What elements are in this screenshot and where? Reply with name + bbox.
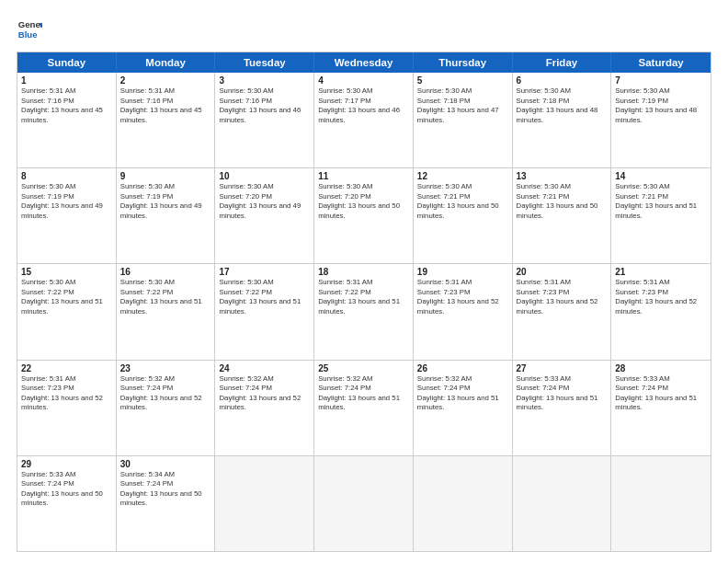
- calendar-cell: 30Sunrise: 5:34 AM Sunset: 7:24 PM Dayli…: [117, 456, 216, 551]
- calendar-cell: 23Sunrise: 5:32 AM Sunset: 7:24 PM Dayli…: [117, 361, 216, 455]
- day-number: 2: [120, 75, 211, 86]
- cell-sun-info: Sunrise: 5:31 AM Sunset: 7:23 PM Dayligh…: [417, 278, 508, 316]
- calendar-cell: 6Sunrise: 5:30 AM Sunset: 7:18 PM Daylig…: [513, 73, 612, 167]
- cell-sun-info: Sunrise: 5:31 AM Sunset: 7:16 PM Dayligh…: [21, 86, 112, 125]
- cell-sun-info: Sunrise: 5:30 AM Sunset: 7:21 PM Dayligh…: [417, 182, 508, 221]
- cell-sun-info: Sunrise: 5:30 AM Sunset: 7:21 PM Dayligh…: [517, 182, 608, 221]
- cell-sun-info: Sunrise: 5:30 AM Sunset: 7:20 PM Dayligh…: [219, 182, 310, 221]
- header-day-friday: Friday: [513, 52, 612, 73]
- day-number: 7: [615, 75, 707, 86]
- day-number: 23: [120, 363, 211, 373]
- day-number: 5: [417, 75, 508, 86]
- header: General Blue: [17, 17, 711, 42]
- cell-sun-info: Sunrise: 5:30 AM Sunset: 7:19 PM Dayligh…: [120, 182, 211, 221]
- cell-sun-info: Sunrise: 5:33 AM Sunset: 7:24 PM Dayligh…: [517, 374, 608, 413]
- day-number: 19: [417, 267, 508, 277]
- header-day-wednesday: Wednesday: [314, 52, 414, 73]
- calendar-cell: 22Sunrise: 5:31 AM Sunset: 7:23 PM Dayli…: [17, 361, 117, 455]
- calendar-body: 1Sunrise: 5:31 AM Sunset: 7:16 PM Daylig…: [17, 73, 711, 551]
- day-number: 13: [517, 171, 608, 181]
- cell-sun-info: Sunrise: 5:30 AM Sunset: 7:22 PM Dayligh…: [21, 278, 112, 316]
- day-number: 25: [318, 363, 409, 373]
- day-number: 17: [219, 267, 310, 277]
- cell-sun-info: Sunrise: 5:31 AM Sunset: 7:23 PM Dayligh…: [21, 374, 112, 413]
- calendar-cell: 29Sunrise: 5:33 AM Sunset: 7:24 PM Dayli…: [17, 456, 117, 551]
- day-number: 15: [21, 267, 112, 277]
- calendar-cell: 2Sunrise: 5:31 AM Sunset: 7:16 PM Daylig…: [117, 73, 216, 167]
- header-day-saturday: Saturday: [611, 52, 711, 73]
- header-day-sunday: Sunday: [17, 52, 117, 73]
- cell-sun-info: Sunrise: 5:30 AM Sunset: 7:22 PM Dayligh…: [120, 278, 211, 316]
- day-number: 3: [219, 75, 310, 86]
- cell-sun-info: Sunrise: 5:31 AM Sunset: 7:16 PM Dayligh…: [120, 86, 211, 125]
- calendar-cell: 14Sunrise: 5:30 AM Sunset: 7:21 PM Dayli…: [611, 168, 711, 263]
- logo-icon: General Blue: [17, 17, 42, 42]
- calendar-cell: 13Sunrise: 5:30 AM Sunset: 7:21 PM Dayli…: [513, 168, 612, 263]
- calendar-header: SundayMondayTuesdayWednesdayThursdayFrid…: [17, 52, 711, 73]
- cell-sun-info: Sunrise: 5:30 AM Sunset: 7:17 PM Dayligh…: [318, 86, 409, 125]
- cell-sun-info: Sunrise: 5:32 AM Sunset: 7:24 PM Dayligh…: [219, 374, 310, 413]
- day-number: 21: [615, 267, 707, 277]
- day-number: 27: [517, 363, 608, 373]
- calendar-row-5: 29Sunrise: 5:33 AM Sunset: 7:24 PM Dayli…: [17, 456, 711, 551]
- cell-sun-info: Sunrise: 5:30 AM Sunset: 7:19 PM Dayligh…: [615, 86, 707, 125]
- calendar-row-4: 22Sunrise: 5:31 AM Sunset: 7:23 PM Dayli…: [17, 361, 711, 456]
- calendar-cell: 15Sunrise: 5:30 AM Sunset: 7:22 PM Dayli…: [17, 264, 117, 359]
- calendar-row-3: 15Sunrise: 5:30 AM Sunset: 7:22 PM Dayli…: [17, 264, 711, 360]
- calendar-cell: [215, 456, 314, 551]
- day-number: 22: [21, 363, 112, 373]
- cell-sun-info: Sunrise: 5:30 AM Sunset: 7:18 PM Dayligh…: [417, 86, 508, 125]
- calendar-cell: 20Sunrise: 5:31 AM Sunset: 7:23 PM Dayli…: [513, 264, 612, 359]
- calendar-cell: 16Sunrise: 5:30 AM Sunset: 7:22 PM Dayli…: [117, 264, 216, 359]
- cell-sun-info: Sunrise: 5:30 AM Sunset: 7:22 PM Dayligh…: [219, 278, 310, 316]
- calendar-cell: 25Sunrise: 5:32 AM Sunset: 7:24 PM Dayli…: [314, 361, 414, 455]
- calendar-cell: 1Sunrise: 5:31 AM Sunset: 7:16 PM Daylig…: [17, 73, 117, 167]
- calendar-cell: 12Sunrise: 5:30 AM Sunset: 7:21 PM Dayli…: [414, 168, 513, 263]
- calendar-cell: 18Sunrise: 5:31 AM Sunset: 7:22 PM Dayli…: [314, 264, 414, 359]
- calendar-cell: 11Sunrise: 5:30 AM Sunset: 7:20 PM Dayli…: [314, 168, 414, 263]
- day-number: 28: [615, 363, 707, 373]
- calendar-cell: 19Sunrise: 5:31 AM Sunset: 7:23 PM Dayli…: [414, 264, 513, 359]
- cell-sun-info: Sunrise: 5:32 AM Sunset: 7:24 PM Dayligh…: [120, 374, 211, 413]
- cell-sun-info: Sunrise: 5:31 AM Sunset: 7:23 PM Dayligh…: [615, 278, 707, 316]
- cell-sun-info: Sunrise: 5:30 AM Sunset: 7:18 PM Dayligh…: [517, 86, 608, 125]
- calendar-cell: 3Sunrise: 5:30 AM Sunset: 7:16 PM Daylig…: [215, 73, 314, 167]
- calendar-cell: [314, 456, 414, 551]
- calendar-cell: [611, 456, 711, 551]
- day-number: 26: [417, 363, 508, 373]
- cell-sun-info: Sunrise: 5:30 AM Sunset: 7:19 PM Dayligh…: [21, 182, 112, 221]
- day-number: 4: [318, 75, 409, 86]
- cell-sun-info: Sunrise: 5:33 AM Sunset: 7:24 PM Dayligh…: [21, 470, 112, 509]
- calendar-cell: 8Sunrise: 5:30 AM Sunset: 7:19 PM Daylig…: [17, 168, 117, 263]
- calendar-cell: 27Sunrise: 5:33 AM Sunset: 7:24 PM Dayli…: [513, 361, 612, 455]
- cell-sun-info: Sunrise: 5:31 AM Sunset: 7:22 PM Dayligh…: [318, 278, 409, 316]
- day-number: 9: [120, 171, 211, 181]
- page: General Blue SundayMondayTuesdayWednesda…: [0, 0, 728, 563]
- cell-sun-info: Sunrise: 5:30 AM Sunset: 7:20 PM Dayligh…: [318, 182, 409, 221]
- calendar-cell: 26Sunrise: 5:32 AM Sunset: 7:24 PM Dayli…: [414, 361, 513, 455]
- cell-sun-info: Sunrise: 5:30 AM Sunset: 7:21 PM Dayligh…: [615, 182, 707, 221]
- day-number: 30: [120, 459, 211, 469]
- cell-sun-info: Sunrise: 5:32 AM Sunset: 7:24 PM Dayligh…: [318, 374, 409, 413]
- cell-sun-info: Sunrise: 5:33 AM Sunset: 7:24 PM Dayligh…: [615, 374, 707, 413]
- svg-text:General: General: [18, 19, 42, 29]
- day-number: 6: [517, 75, 608, 86]
- day-number: 11: [318, 171, 409, 181]
- svg-text:Blue: Blue: [18, 29, 38, 40]
- calendar-row-2: 8Sunrise: 5:30 AM Sunset: 7:19 PM Daylig…: [17, 168, 711, 264]
- calendar-cell: 7Sunrise: 5:30 AM Sunset: 7:19 PM Daylig…: [611, 73, 711, 167]
- calendar-cell: 17Sunrise: 5:30 AM Sunset: 7:22 PM Dayli…: [215, 264, 314, 359]
- calendar-cell: 5Sunrise: 5:30 AM Sunset: 7:18 PM Daylig…: [414, 73, 513, 167]
- day-number: 18: [318, 267, 409, 277]
- calendar-cell: 21Sunrise: 5:31 AM Sunset: 7:23 PM Dayli…: [611, 264, 711, 359]
- day-number: 12: [417, 171, 508, 181]
- calendar-cell: [414, 456, 513, 551]
- calendar-cell: 28Sunrise: 5:33 AM Sunset: 7:24 PM Dayli…: [611, 361, 711, 455]
- header-day-tuesday: Tuesday: [215, 52, 314, 73]
- day-number: 24: [219, 363, 310, 373]
- cell-sun-info: Sunrise: 5:31 AM Sunset: 7:23 PM Dayligh…: [517, 278, 608, 316]
- day-number: 10: [219, 171, 310, 181]
- day-number: 1: [21, 75, 112, 86]
- day-number: 29: [21, 459, 112, 469]
- cell-sun-info: Sunrise: 5:34 AM Sunset: 7:24 PM Dayligh…: [120, 470, 211, 509]
